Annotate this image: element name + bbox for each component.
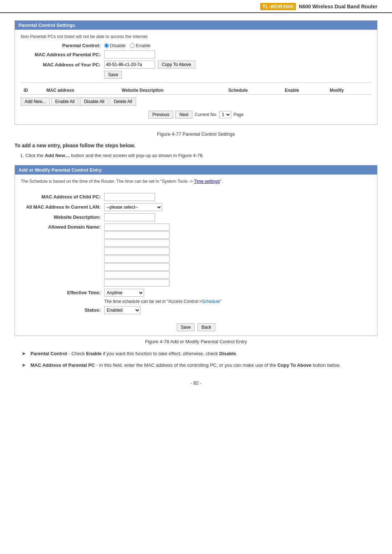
panel1-body: Non-Parental PCs not listed will not be … — [15, 30, 377, 124]
time-note-prefix: The Schedule is based on the time of the… — [21, 179, 194, 184]
mac-your-label: MAC Address of Your PC: — [21, 62, 101, 67]
status-label: Status: — [21, 307, 101, 313]
schedule-note-prefix: The time schedule can be set in "Access … — [104, 299, 202, 304]
figure1-caption: Figure 4-77 Parental Control Settings — [15, 131, 377, 137]
instructions-heading: To add a new entry, please follow the st… — [15, 143, 377, 148]
enable-all-button[interactable]: Enable All — [51, 98, 78, 106]
domain-input-7[interactable] — [104, 271, 170, 279]
next-button[interactable]: Next — [175, 111, 192, 119]
panel1-header: Parental Control Settings — [15, 21, 377, 30]
website-desc-label: Website Description: — [21, 214, 101, 220]
parental-control-table: ID MAC address Website Description Sched… — [21, 86, 371, 95]
step-1: Click the Add New… button and the next s… — [25, 152, 377, 159]
bullet-item-2: ➤ MAC Address of Parental PC - In this f… — [22, 362, 377, 369]
mac-child-row: MAC Address of Child PC: — [21, 193, 371, 201]
effective-time-row: Effective Time: Anytime — [21, 289, 371, 297]
enable-radio[interactable] — [130, 43, 135, 48]
main-content: Parental Control Settings Non-Parental P… — [0, 20, 392, 386]
schedule-note-row: The time schedule can be set in "Access … — [21, 299, 371, 304]
enable-radio-label[interactable]: Enable — [130, 43, 150, 48]
parental-control-term: Parental Control — [30, 351, 67, 356]
time-note-suffix: ". — [220, 179, 222, 184]
mac-your-input[interactable] — [104, 61, 155, 69]
mac-parental-term: MAC Address of Parental PC — [30, 362, 95, 368]
domain-input-1[interactable] — [104, 223, 170, 231]
parental-control-radio-group: Disable Enable — [104, 43, 151, 48]
mac-parental-input[interactable] — [104, 50, 155, 58]
add-modify-panel: Add or Modify Parental Control Entry The… — [15, 165, 377, 336]
panel1-note: Non-Parental PCs not listed will not be … — [21, 34, 371, 39]
bullet-text-2: MAC Address of Parental PC - In this fie… — [30, 362, 340, 369]
delete-all-button[interactable]: Delete All — [110, 98, 136, 106]
status-select[interactable]: Enabled Disabled — [104, 306, 140, 314]
panel2-save-button[interactable]: Save — [177, 323, 195, 331]
panel2-buttons: Save Back — [21, 323, 371, 331]
time-settings-link[interactable]: Time settings — [194, 179, 220, 184]
page-number: - 82 - — [191, 380, 201, 386]
panel2-back-button[interactable]: Back — [197, 323, 215, 331]
model-badge: TL-WDR3500 — [260, 3, 296, 10]
parental-control-row: Parental Control: Disable Enable — [21, 43, 371, 48]
bullet-item-1: ➤ Parental Control - Check Enable if you… — [22, 350, 377, 358]
page-header: TL-WDR3500 N600 Wireless Dual Band Route… — [0, 0, 392, 13]
website-desc-input[interactable] — [104, 213, 155, 221]
col-website-desc: Website Description — [119, 86, 225, 95]
domain-input-2[interactable] — [104, 231, 170, 239]
schedule-note: The time schedule can be set in "Access … — [104, 299, 221, 304]
domain-input-6[interactable] — [104, 263, 170, 271]
col-id: ID — [21, 86, 44, 95]
add-new-button[interactable]: Add New... — [21, 98, 50, 106]
page-footer: - 82 - — [15, 380, 377, 386]
bullet-list: ➤ Parental Control - Check Enable if you… — [22, 350, 377, 370]
mac-parental-label: MAC Address of Parental PC: — [21, 52, 101, 57]
mac-child-input[interactable] — [104, 193, 155, 201]
disable-radio[interactable] — [104, 43, 109, 48]
panel2-time-note: The Schedule is based on the time of the… — [21, 179, 371, 184]
all-mac-label: All MAC Address In Current LAN: — [21, 204, 101, 210]
numbered-list: Click the Add New… button and the next s… — [25, 152, 377, 159]
col-enable: Enable — [282, 86, 327, 95]
table-actions: Add New... Enable All Disable All Delete… — [21, 98, 371, 106]
table-header-row: ID MAC address Website Description Sched… — [21, 86, 371, 95]
add-new-bold: Add New… — [45, 153, 70, 158]
col-modify: Modify — [327, 86, 371, 95]
all-mac-select[interactable]: --please select-- — [104, 203, 162, 211]
panel2-body: The Schedule is based on the time of the… — [15, 175, 377, 336]
mac-parental-row: MAC Address of Parental PC: — [21, 50, 371, 58]
page-title: N600 Wireless Dual Band Router — [299, 4, 377, 9]
disable-term: Disable — [219, 351, 236, 356]
parental-control-settings-panel: Parental Control Settings Non-Parental P… — [15, 20, 377, 125]
save-row: Save — [21, 71, 371, 79]
previous-button[interactable]: Previous — [148, 111, 173, 119]
domain-input-3[interactable] — [104, 239, 170, 247]
mac-your-row: MAC Address of Your PC: Copy To Above — [21, 61, 371, 69]
page-select[interactable]: 1 — [219, 111, 231, 118]
current-no-label: Current No. — [195, 112, 217, 117]
enable-term: Enable — [86, 351, 102, 356]
domain-input-4[interactable] — [104, 247, 170, 255]
domain-input-8[interactable] — [104, 279, 170, 287]
effective-time-label: Effective Time: — [21, 290, 101, 295]
col-schedule: Schedule — [225, 86, 282, 95]
panel2-header: Add or Modify Parental Control Entry — [15, 165, 377, 175]
allowed-domain-label: Allowed Domain Name: — [21, 223, 101, 230]
bullet-arrow-1: ➤ — [22, 350, 27, 358]
disable-radio-label[interactable]: Disable — [104, 43, 126, 48]
effective-time-select[interactable]: Anytime — [104, 289, 144, 297]
bullet-text-1: Parental Control - Check Enable if you w… — [30, 350, 237, 358]
disable-all-button[interactable]: Disable All — [80, 98, 108, 106]
copy-to-above-button[interactable]: Copy To Above — [158, 61, 195, 69]
schedule-link[interactable]: Schedule — [202, 299, 220, 304]
website-desc-row: Website Description: — [21, 213, 371, 221]
bullet-arrow-2: ➤ — [22, 362, 27, 369]
pagination: Previous Next Current No. 1 Page — [21, 109, 371, 120]
domain-input-5[interactable] — [104, 255, 170, 263]
page-label: Page — [233, 112, 244, 117]
mac-child-label: MAC Address of Child PC: — [21, 194, 101, 200]
figure2-caption: Figure 4-78 Add or Modify Parental Contr… — [15, 339, 377, 344]
domain-inputs-group — [104, 223, 170, 287]
all-mac-row: All MAC Address In Current LAN: --please… — [21, 203, 371, 211]
panel1-save-button[interactable]: Save — [104, 71, 122, 79]
allowed-domain-row: Allowed Domain Name: — [21, 223, 371, 287]
schedule-note-suffix: " — [220, 299, 221, 304]
